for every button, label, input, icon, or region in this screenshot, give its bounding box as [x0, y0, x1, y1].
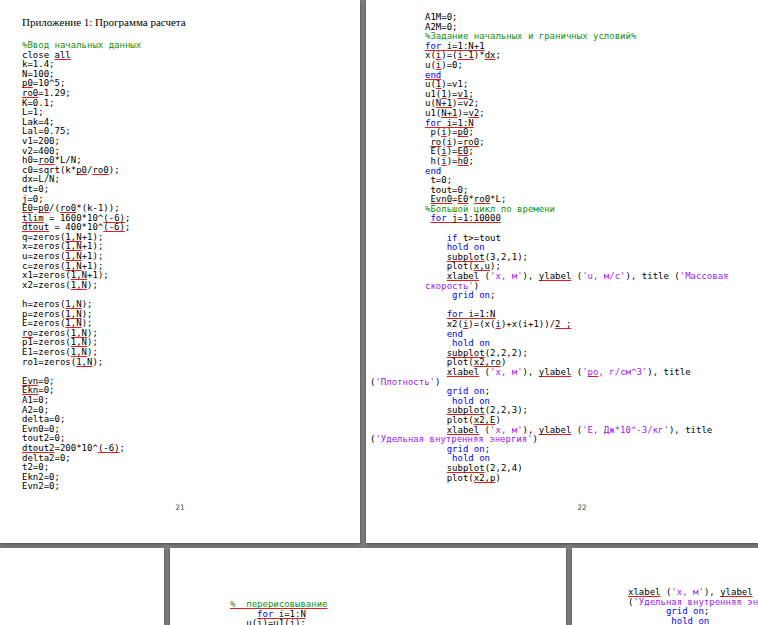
- code-line: x2(i)=(x(i)+x(i+1))/2 ;: [425, 320, 729, 330]
- page-fragment-bottom-right[interactable]: xlabel ('x, м'), ylabel ('E, Дж*10^-3/кг…: [572, 548, 758, 625]
- code-line: t=0;: [425, 176, 729, 186]
- code-line: ('Плотность'): [370, 378, 729, 388]
- code-line: x2=zeros(1,N);: [22, 281, 141, 291]
- document-canvas: Приложение 1: Программа расчета %Ввод на…: [0, 0, 758, 625]
- code-listing-fragment-middle: % перерисовывание for i=1:N u(i)=u1(i);: [230, 600, 328, 625]
- code-line: ('Удельная внутренняя энергия'): [370, 435, 729, 445]
- code-line: h(i)=h0;: [425, 157, 729, 167]
- code-line: end: [425, 71, 729, 81]
- code-line: xlabel ('x, м'), ylabel ('ро, г/см^3'), …: [425, 368, 729, 378]
- page-fragment-bottom-left[interactable]: [0, 548, 164, 625]
- page-number: 22: [406, 503, 758, 512]
- code-line: ro1=zeros(1,N);: [22, 358, 141, 368]
- code-line: u(i)=u1(i);: [230, 619, 328, 625]
- code-line: hold on: [628, 617, 758, 625]
- appendix-title: Приложение 1: Программа расчета: [22, 16, 186, 28]
- code-line: u(i)=0;: [425, 61, 729, 71]
- code-listing-page-21: %Ввод начальных данныхclose allk=1.4;N=1…: [22, 41, 141, 492]
- code-line: Evn2=0;: [22, 482, 141, 492]
- code-line: for j=1:10000: [425, 214, 729, 224]
- page-number: 21: [0, 503, 360, 512]
- code-line: end: [425, 167, 729, 177]
- code-line: A1M=0;: [425, 13, 729, 23]
- code-line: grid on;: [425, 291, 729, 301]
- page-fragment-bottom-middle[interactable]: % перерисовывание for i=1:N u(i)=u1(i);: [170, 548, 566, 625]
- code-listing-fragment-right: xlabel ('x, м'), ylabel ('E, Дж*10^-3/кг…: [628, 588, 758, 625]
- page-21[interactable]: Приложение 1: Программа расчета %Ввод на…: [0, 0, 360, 543]
- page-22[interactable]: A1M=0;A2M=0;%Задание начальных и граничн…: [366, 0, 758, 543]
- code-listing-page-22: A1M=0;A2M=0;%Задание начальных и граничн…: [425, 13, 729, 483]
- code-line: x(i)=(i-1)*dx;: [425, 51, 729, 61]
- code-line: plot(x2,p): [425, 474, 729, 484]
